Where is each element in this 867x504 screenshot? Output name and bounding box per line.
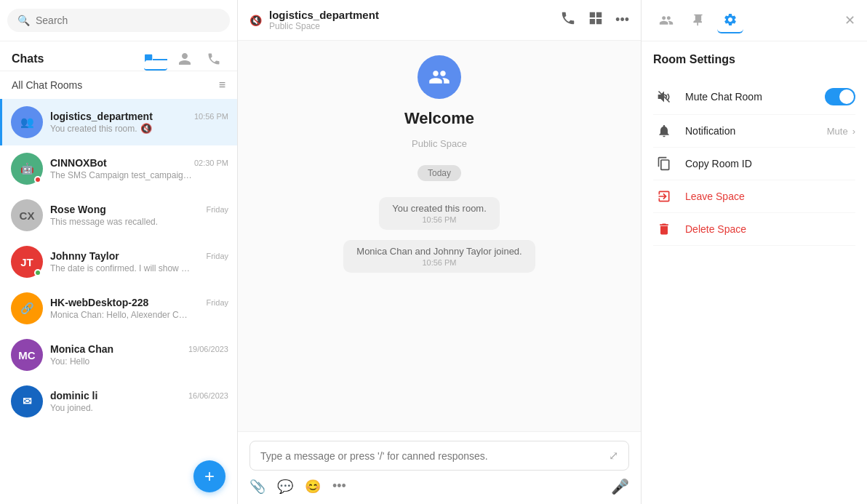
search-input-wrap[interactable]: 🔍 — [7, 9, 230, 32]
chat-time-logistics_department: 10:56 PM — [194, 112, 228, 121]
notification-chevron: › — [852, 126, 855, 137]
chat-item-monicachan[interactable]: MC Monica Chan 19/06/2023 You: Hello — [0, 332, 237, 378]
tab-calls-icon[interactable] — [202, 47, 225, 71]
delete-space-icon — [653, 222, 675, 236]
tabs-row: Chats — [0, 41, 237, 71]
chat-time-rosewong: Friday — [206, 205, 228, 214]
filter-icon[interactable]: ≡ — [219, 79, 225, 92]
input-toolbar: 📎 💬 😊 ••• 🎤 — [249, 478, 629, 495]
chat-content-cinnoxbot: CINNOXBot 02:30 PM The SMS Campaign test… — [50, 157, 228, 180]
avatar-hk-webdesktop: 🔗 — [11, 292, 43, 324]
notification-label: Notification — [685, 125, 817, 137]
mute-chat-label: Mute Chat Room — [685, 91, 815, 103]
tab-icons — [144, 47, 225, 71]
chat-name-dominicli: dominic li — [50, 390, 97, 401]
topbar-info: logistics_department Public Space — [269, 9, 379, 31]
chat-header-johnnytaylor: Johnny Taylor Friday — [50, 250, 228, 262]
chat-content-rosewong: Rose Wong Friday This message was recall… — [50, 204, 228, 227]
call-icon[interactable] — [560, 10, 576, 30]
chat-content-hk-webdesktop: HK-webDesktop-228 Friday Monica Chan: He… — [50, 297, 228, 320]
chat-name-logistics_department: logistics_department — [50, 111, 153, 122]
room-settings-title: Room Settings — [653, 53, 855, 66]
leave-space-label: Leave Space — [685, 191, 855, 202]
right-panel: ✕ Room Settings Mute Chat Room Notificat… — [642, 0, 867, 504]
message-input-wrap: ⤢ — [249, 441, 629, 471]
rp-tab-settings[interactable] — [717, 7, 743, 33]
mic-icon[interactable]: 🎤 — [611, 478, 629, 495]
expand-icon[interactable]: ⤢ — [609, 449, 618, 463]
chat-item-dominicli[interactable]: ✉ dominic li 16/06/2023 You joined. — [0, 378, 237, 425]
topbar-mute-icon: 🔇 — [249, 15, 262, 26]
emoji-icon[interactable]: 😊 — [305, 479, 321, 495]
right-panel-close[interactable]: ✕ — [844, 12, 855, 28]
chat-preview-monicachan: You: Hello — [50, 356, 89, 367]
chat-item-hk-webdesktop[interactable]: 🔗 HK-webDesktop-228 Friday Monica Chan: … — [0, 285, 237, 332]
chat-content-monicachan: Monica Chan 19/06/2023 You: Hello — [50, 343, 228, 367]
chat-time-dominicli: 16/06/2023 — [188, 391, 228, 400]
avatar-monicachan: MC — [11, 339, 43, 371]
more-tools-icon[interactable]: ••• — [332, 479, 346, 495]
chat-content-johnnytaylor: Johnny Taylor Friday The date is confirm… — [50, 250, 228, 273]
copy-room-id-label: Copy Room ID — [685, 158, 855, 169]
chat-content-dominicli: dominic li 16/06/2023 You joined. — [50, 390, 228, 413]
setting-copy-room-id[interactable]: Copy Room ID — [653, 148, 855, 180]
tab-chat-icon[interactable] — [144, 47, 167, 71]
welcome-title: Welcome — [404, 109, 474, 128]
rp-tab-pin[interactable] — [685, 7, 711, 33]
setting-notification[interactable]: Notification Mute › — [653, 115, 855, 148]
new-chat-fab[interactable]: + — [193, 460, 225, 492]
chat-time-cinnoxbot: 02:30 PM — [194, 159, 228, 167]
chat-item-rosewong[interactable]: CX Rose Wong Friday This message was rec… — [0, 192, 237, 239]
topbar-room-name: logistics_department — [269, 9, 379, 21]
quick-reply-icon[interactable]: 💬 — [277, 479, 293, 495]
system-message-1: You created this room. 10:56 PM — [379, 197, 500, 230]
avatar-logistics_department: 👥 — [11, 106, 43, 138]
rp-tab-members[interactable] — [653, 7, 679, 33]
attach-icon[interactable]: 📎 — [249, 479, 265, 495]
chat-preview-logistics_department: You created this room. — [50, 124, 137, 134]
copy-room-id-icon — [653, 156, 675, 171]
right-panel-content: Room Settings Mute Chat Room Notificatio… — [642, 41, 867, 257]
chat-name-monicachan: Monica Chan — [50, 343, 113, 355]
chat-filter-row: All Chat Rooms ≡ — [0, 71, 237, 99]
sidebar: 🔍 Chats All Chat Rooms ≡ 👥 — [0, 0, 238, 504]
chat-content-logistics_department: logistics_department 10:56 PM You create… — [50, 111, 228, 134]
setting-mute-chat-room[interactable]: Mute Chat Room — [653, 79, 855, 115]
setting-leave-space[interactable]: Leave Space — [653, 180, 855, 213]
chat-preview-hk-webdesktop: Monica Chan: Hello, Alexender Chan — [50, 310, 192, 320]
layout-icon[interactable] — [588, 10, 604, 30]
toggle-knob — [839, 89, 854, 104]
mute-toggle[interactable] — [825, 88, 855, 105]
setting-delete-space[interactable]: Delete Space — [653, 213, 855, 246]
chat-item-logistics_department[interactable]: 👥 logistics_department 10:56 PM You crea… — [0, 99, 237, 145]
delete-space-label: Delete Space — [685, 223, 855, 235]
chat-name-hk-webdesktop: HK-webDesktop-228 — [50, 297, 148, 308]
date-badge: Today — [417, 165, 461, 181]
message-input-area: ⤢ 📎 💬 😊 ••• 🎤 — [238, 431, 641, 504]
tab-contacts-icon[interactable] — [173, 47, 196, 71]
mute-icon: 🔇 — [140, 123, 152, 134]
chat-name-johnnytaylor: Johnny Taylor — [50, 250, 119, 262]
system-message-2: Monica Chan and Johnny Taylor joined. 10… — [343, 240, 535, 273]
chat-preview-rosewong: This message was recalled. — [50, 217, 158, 227]
chat-time-monicachan: 19/06/2023 — [188, 345, 228, 353]
avatar-cinnoxbot: 🤖 — [11, 153, 43, 185]
chat-header-monicachan: Monica Chan 19/06/2023 — [50, 343, 228, 355]
search-input[interactable] — [36, 15, 220, 26]
search-icon: 🔍 — [17, 15, 30, 26]
leave-space-icon — [653, 189, 675, 204]
chat-header-logistics_department: logistics_department 10:56 PM — [50, 111, 228, 122]
chat-item-johnnytaylor[interactable]: JT Johnny Taylor Friday The date is conf… — [0, 239, 237, 285]
right-panel-tabs: ✕ — [642, 0, 867, 41]
chat-time-johnnytaylor: Friday — [206, 252, 228, 260]
notification-value: Mute — [827, 126, 848, 137]
notification-icon — [653, 124, 675, 138]
chat-header-cinnoxbot: CINNOXBot 02:30 PM — [50, 157, 228, 169]
more-icon[interactable]: ••• — [615, 12, 629, 28]
chat-list: 👥 logistics_department 10:56 PM You crea… — [0, 99, 237, 504]
chat-header-rosewong: Rose Wong Friday — [50, 204, 228, 215]
avatar-rosewong: CX — [11, 199, 43, 231]
chat-name-cinnoxbot: CINNOXBot — [50, 157, 107, 169]
chat-item-cinnoxbot[interactable]: 🤖 CINNOXBot 02:30 PM The SMS Campaign te… — [0, 145, 237, 192]
message-input[interactable] — [260, 450, 609, 462]
